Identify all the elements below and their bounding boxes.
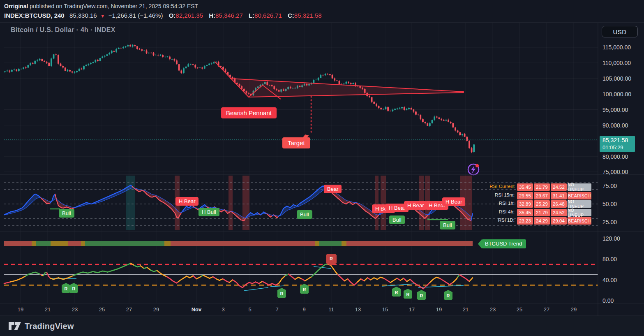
rsi-highlight-band [375, 176, 379, 230]
candle-body [167, 57, 169, 57]
candle-body [432, 120, 433, 123]
candle-body [176, 60, 178, 64]
trend-bar-segment [81, 241, 85, 246]
candle-body [92, 62, 94, 63]
candle-body [225, 70, 226, 72]
time-axis-label: 19 [18, 306, 23, 313]
time-axis-label: 23 [490, 306, 496, 313]
candle-body [346, 82, 347, 84]
candle-body [197, 67, 199, 68]
candle-body [125, 46, 127, 47]
candle-body [30, 63, 31, 65]
candle-body [369, 96, 370, 97]
candle-body [67, 70, 69, 71]
candle-body [37, 60, 38, 60]
candle-body [332, 75, 333, 78]
candle-body [401, 107, 403, 108]
candle-body [97, 60, 99, 61]
target-label: Target [282, 137, 310, 148]
candle-body [378, 106, 380, 108]
candle-body [111, 51, 113, 53]
candle-body [334, 78, 335, 80]
candle-body [25, 67, 27, 68]
oscillator-line [47, 273, 48, 276]
chart-canvas[interactable] [0, 0, 644, 336]
candle-body [399, 108, 401, 109]
candle-body [162, 55, 164, 57]
rsi-value-cell: 26.48 [551, 200, 567, 208]
candle-body [452, 123, 454, 127]
candle-body [85, 65, 87, 66]
trend-bar-segment [36, 241, 51, 246]
candle-body [199, 67, 201, 68]
rsi-status-cell: BEARISCH [568, 217, 591, 225]
rsi-axis-label: 50.00 [602, 201, 617, 207]
candle-body [62, 66, 64, 67]
candle-body [343, 83, 345, 84]
trend-bar-segment [51, 241, 68, 246]
candle-body [11, 70, 13, 72]
candle-body [457, 130, 459, 132]
trend-bar-segment [85, 241, 164, 246]
candle-body [178, 64, 180, 70]
candle-body [108, 53, 110, 54]
candle-body [4, 71, 6, 72]
rsi-value-cell: 29.55 [517, 192, 533, 199]
candle-body [51, 58, 52, 66]
price-axis-label: 75,000.00 [602, 169, 628, 175]
trend-bar-segment [68, 241, 81, 246]
price-axis-label: 95,000.00 [602, 107, 628, 113]
rsi-table-row-label: RSI 1D: [481, 218, 515, 222]
candle-body [18, 69, 20, 71]
candle-body [222, 67, 224, 70]
candle-body [9, 71, 10, 72]
candle-body [134, 45, 136, 46]
candle-body [434, 117, 435, 120]
price-axis-label: 90,000.00 [602, 122, 628, 129]
candle-body [44, 61, 45, 62]
candle-body [387, 107, 389, 111]
candle-body [466, 137, 468, 141]
candle-body [28, 65, 29, 67]
rsi-highlight-band [229, 176, 233, 230]
candle-body [83, 66, 85, 70]
rsi-highlight-band [242, 176, 249, 230]
currency-toggle-button[interactable]: USD [602, 26, 638, 37]
candle-body [157, 55, 159, 56]
candle-body [473, 144, 475, 152]
rsi-table-row-label: RSI 15m: [481, 192, 515, 197]
candle-body [127, 45, 129, 46]
candle-body [180, 71, 182, 73]
candle-body [469, 141, 470, 148]
candle-body [390, 111, 391, 111]
candle-body [420, 115, 421, 119]
time-axis-label: 27 [544, 306, 549, 313]
candle-body [118, 48, 120, 49]
rsi-table-row-label: RSI Current [481, 184, 515, 189]
candle-body [95, 60, 96, 62]
candle-body [373, 102, 375, 104]
candle-body [336, 81, 338, 81]
trend-bar-segment [315, 241, 319, 246]
divergence-line [270, 286, 284, 287]
candle-body [69, 70, 71, 72]
time-axis-label: 9 [302, 306, 305, 313]
tradingview-chart-window: Orriginal published on TradingView.com, … [0, 0, 644, 336]
candle-body [115, 49, 117, 52]
time-axis-label: 25 [517, 306, 522, 313]
tradingview-brand[interactable]: TradingView [8, 321, 74, 331]
candle-body [348, 82, 349, 83]
candle-body [318, 78, 319, 80]
price-axis-label: 80,000.00 [602, 153, 628, 160]
candle-body [425, 122, 426, 123]
candle-body [464, 134, 466, 137]
chart-symbol-title: Bitcoin / U.S. Dollar · 4h · INDEX [11, 26, 115, 34]
candle-body [88, 64, 89, 65]
time-axis-label: 5 [248, 306, 251, 313]
rsi-value-cell: 35.45 [517, 209, 533, 216]
candle-body [72, 72, 73, 73]
trend-bar-segment [4, 241, 32, 246]
trend-bar-segment [319, 241, 342, 246]
candle-body [455, 127, 456, 131]
osc-axis-label: 80.00 [602, 256, 617, 262]
